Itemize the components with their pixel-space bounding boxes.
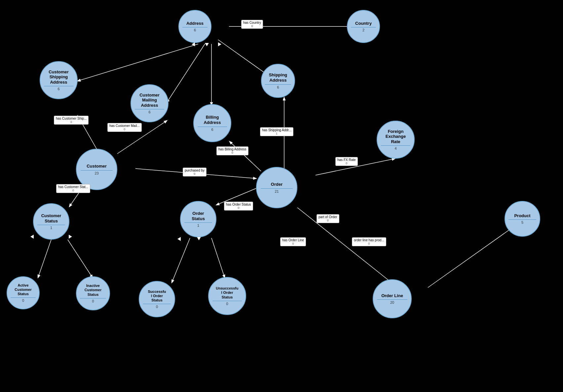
svg-line-8 [230, 141, 261, 171]
inactive-customer-status-count: 0 [92, 299, 94, 303]
svg-line-17 [172, 238, 190, 283]
billing-address-node[interactable]: BillingAddress 6 [193, 104, 231, 142]
svg-line-2 [167, 44, 205, 102]
customer-shipping-address-label: CustomerShippingAddress [47, 69, 71, 85]
successful-order-status-count: 0 [156, 305, 158, 309]
product-node[interactable]: Product 5 [505, 201, 540, 237]
order-status-label: OrderStatus [190, 211, 207, 221]
order-line-node[interactable]: Order Line 20 [373, 279, 412, 318]
customer-shipping-address-node[interactable]: CustomerShippingAddress 6 [40, 61, 78, 99]
order-status-count: 1 [197, 223, 199, 227]
shipping-address-label: ShippingAddress [267, 72, 289, 83]
successful-order-status-label: Successful OrderStatus [146, 290, 168, 303]
order-line-has-prod-edge-label: order line has prod... 0 [352, 237, 386, 246]
customer-shipping-address-count: 6 [57, 87, 59, 91]
purchased-by-edge-label: purchased by 0 [183, 168, 206, 176]
shipping-address-node[interactable]: ShippingAddress 6 [261, 64, 295, 98]
part-of-order-edge-label: part of Order 0 [317, 214, 339, 223]
customer-count: 23 [94, 171, 98, 175]
has-shipping-addr-edge-label: has Shipping Addr... 1 [260, 127, 293, 136]
address-node[interactable]: Address 6 [178, 10, 211, 43]
unsuccessful-order-status-label: Unsuccessful OrderStatus [214, 286, 240, 299]
address-count: 6 [194, 28, 196, 32]
inactive-customer-status-label: InactiveCustomerStatus [83, 284, 103, 297]
active-customer-status-label: ActiveCustomerStatus [13, 283, 33, 296]
has-fx-rate-edge-label: has FX Rate 0 [335, 157, 358, 166]
product-count: 5 [521, 220, 523, 224]
customer-status-count: 1 [50, 226, 52, 230]
product-label: Product [512, 213, 532, 218]
active-customer-status-node[interactable]: ActiveCustomerStatus 0 [7, 276, 40, 309]
successful-order-status-node[interactable]: Successful OrderStatus 0 [139, 281, 175, 317]
country-label: Country [353, 21, 374, 26]
active-customer-status-count: 0 [22, 298, 24, 302]
customer-label: Customer [85, 164, 109, 169]
country-count: 2 [362, 28, 364, 32]
has-billing-address-edge-label: has Billing Address 0 [216, 146, 248, 155]
svg-line-16 [68, 240, 93, 278]
order-node[interactable]: Order 21 [256, 167, 297, 208]
svg-line-1 [78, 44, 198, 81]
svg-line-14 [428, 221, 522, 288]
billing-address-label: BillingAddress [202, 115, 223, 125]
order-status-node[interactable]: OrderStatus 1 [180, 201, 216, 237]
order-line-count: 20 [390, 300, 394, 304]
customer-status-node[interactable]: CustomerStatus 1 [33, 203, 69, 240]
unsuccessful-order-status-count: 0 [226, 302, 228, 306]
customer-mailing-address-label: CustomerMailingAddress [137, 93, 162, 108]
country-node[interactable]: Country 2 [347, 10, 380, 43]
foreign-exchange-rate-count: 4 [394, 146, 396, 150]
shipping-address-count: 6 [277, 85, 279, 89]
billing-address-count: 6 [211, 128, 213, 132]
svg-line-15 [38, 240, 51, 278]
foreign-exchange-rate-node[interactable]: ForeignExchangeRate 4 [377, 121, 415, 159]
foreign-exchange-rate-label: ForeignExchangeRate [384, 129, 408, 144]
svg-line-18 [211, 238, 225, 278]
customer-status-label: CustomerStatus [39, 213, 63, 223]
has-customer-stat-edge-label: has Customer Stat... 0 [56, 184, 90, 193]
address-label: Address [184, 21, 206, 26]
inactive-customer-status-node[interactable]: InactiveCustomerStatus 0 [76, 276, 110, 310]
customer-mailing-address-count: 6 [148, 110, 150, 114]
customer-mailing-address-node[interactable]: CustomerMailingAddress 6 [131, 84, 169, 122]
unsuccessful-order-status-node[interactable]: Unsuccessful OrderStatus 0 [208, 277, 246, 315]
order-label: Order [269, 182, 284, 187]
has-customer-mail-edge-label: has Customer Mail... 0 [107, 123, 142, 132]
order-line-label: Order Line [379, 293, 405, 298]
has-customer-ship-edge-label: has Customer Ship... 0 [54, 116, 89, 125]
has-order-line-edge-label: has Order Line 0 [280, 237, 306, 246]
has-country-edge-label: has Country 0 [241, 20, 263, 29]
has-order-status-edge-label: has Order Status 0 [224, 202, 253, 211]
order-count: 21 [275, 189, 279, 193]
